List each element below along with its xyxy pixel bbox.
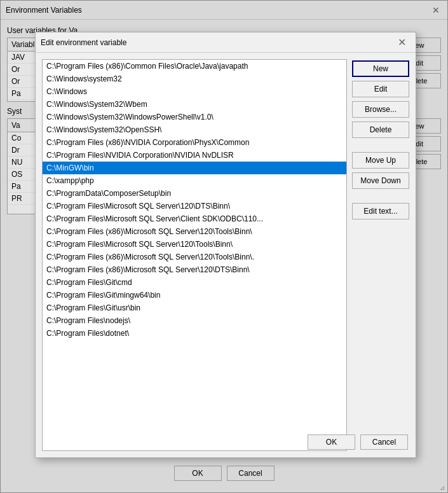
list-item[interactable]: C:\Program Files (x86)\Common Files\Orac… xyxy=(43,60,346,73)
list-item[interactable]: C:\Program Files\dotnet\ xyxy=(43,327,346,340)
edit-action-buttons: New Edit Browse... Delete Move Up Move D… xyxy=(352,59,409,451)
edit-browse-button[interactable]: Browse... xyxy=(352,101,409,118)
edit-dialog-titlebar: Edit environment variable ✕ xyxy=(36,32,416,53)
list-item[interactable]: C:\Windows xyxy=(43,85,346,98)
list-item[interactable]: C:\Program Files\nodejs\ xyxy=(43,314,346,327)
edit-move-up-button[interactable]: Move Up xyxy=(352,152,409,169)
list-item[interactable]: C:\Program Files\Microsoft SQL Server\12… xyxy=(43,200,346,212)
list-item[interactable]: C:\xampp\php xyxy=(43,174,346,187)
list-item[interactable]: C:\Windows\System32\OpenSSH\ xyxy=(43,123,346,136)
list-item[interactable]: C:\Program Files (x86)\Microsoft SQL Ser… xyxy=(43,225,346,238)
list-item[interactable]: C:\Program Files\Microsoft SQL Server\12… xyxy=(43,238,346,251)
list-item[interactable]: C:\ProgramData\ComposerSetup\bin xyxy=(43,187,346,200)
edit-dialog-content: C:\Program Files (x86)\Common Files\Orac… xyxy=(36,53,416,457)
edit-delete-button[interactable]: Delete xyxy=(352,122,409,138)
edit-list-container: C:\Program Files (x86)\Common Files\Orac… xyxy=(42,59,347,451)
list-item[interactable]: C:\Windows\system32 xyxy=(43,73,346,85)
list-item[interactable]: C:\Program Files\Git\mingw64\bin xyxy=(43,289,346,302)
list-item[interactable]: C:\Program Files\Git\usr\bin xyxy=(43,302,346,314)
edit-new-button[interactable]: New xyxy=(352,60,409,77)
edit-ok-button[interactable]: OK xyxy=(308,434,355,450)
edit-text-button[interactable]: Edit text... xyxy=(352,203,409,219)
edit-move-down-button[interactable]: Move Down xyxy=(352,172,409,189)
list-item[interactable]: C:\Program Files (x86)\Microsoft SQL Ser… xyxy=(43,251,346,263)
edit-path-list[interactable]: C:\Program Files (x86)\Common Files\Orac… xyxy=(42,59,347,451)
list-item[interactable]: C:\Program Files\Microsoft SQL Server\Cl… xyxy=(43,212,346,225)
edit-dialog-bottom-buttons: OK Cancel xyxy=(308,434,408,450)
edit-close-button[interactable]: ✕ xyxy=(393,36,411,49)
list-item[interactable]: C:\Program Files\Git\cmd xyxy=(43,276,346,289)
edit-edit-button[interactable]: Edit xyxy=(352,81,409,97)
list-item[interactable]: C:\Windows\System32\WindowsPowerShell\v1… xyxy=(43,111,346,123)
list-item[interactable]: C:\Program Files\NVIDIA Corporation\NVID… xyxy=(43,149,346,162)
edit-dialog-title: Edit environment variable xyxy=(41,38,126,47)
edit-environment-dialog: Edit environment variable ✕ C:\Program F… xyxy=(35,32,416,458)
list-item-selected[interactable]: C:\MinGW\bin xyxy=(43,162,346,174)
list-item[interactable]: C:\Program Files (x86)\Microsoft SQL Ser… xyxy=(43,263,346,276)
edit-cancel-button[interactable]: Cancel xyxy=(360,434,408,450)
list-item[interactable]: C:\Windows\System32\Wbem xyxy=(43,98,346,111)
list-item[interactable]: C:\Program Files (x86)\NVIDIA Corporatio… xyxy=(43,136,346,149)
